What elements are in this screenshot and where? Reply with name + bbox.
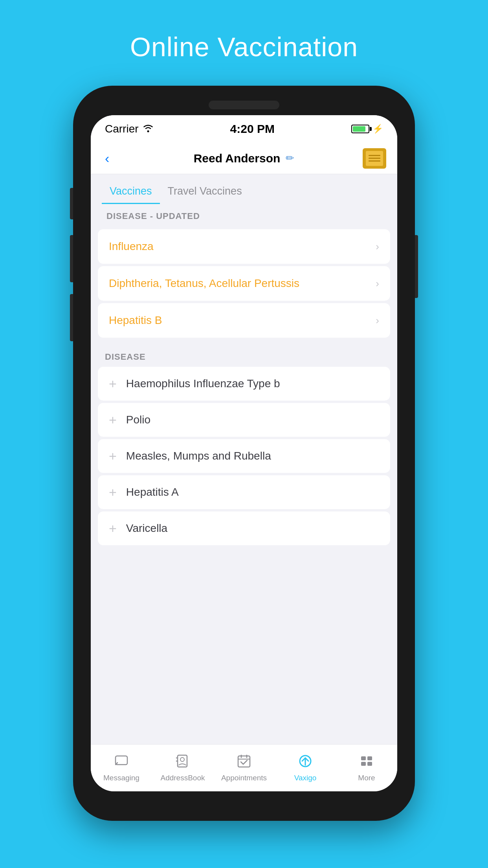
back-button[interactable]: ‹ — [102, 147, 112, 169]
appointments-icon — [237, 754, 251, 771]
segment-container: Vaccines Travel Vaccines — [91, 174, 397, 204]
tab-vaxigo[interactable]: Vaxigo — [275, 754, 336, 782]
nav-bar: ‹ Reed Anderson ✏ — [91, 143, 397, 174]
vaxigo-icon — [297, 754, 314, 771]
section-label-updated: DISEASE - UPDATED — [105, 211, 200, 221]
side-btn-mute — [70, 188, 73, 219]
carrier-text: Carrier — [105, 123, 139, 135]
svg-rect-12 — [361, 756, 366, 760]
plus-icon-haemophilus: + — [109, 377, 117, 390]
status-time: 4:20 PM — [230, 122, 275, 136]
addressbook-icon — [176, 754, 190, 771]
edit-icon[interactable]: ✏ — [286, 152, 294, 164]
svg-rect-14 — [361, 762, 366, 766]
messaging-icon — [114, 754, 128, 771]
page-title: Online Vaccination — [130, 31, 358, 62]
tab-bar: Messaging AddressBook — [91, 744, 397, 791]
notes-button[interactable] — [363, 148, 386, 169]
diphtheria-title: Diphtheria, Tetanus, Acellular Pertussis — [109, 277, 299, 290]
section-updated-label-container: DISEASE - UPDATED — [91, 204, 397, 223]
phone-shell: Carrier 4:20 PM ⚡ — [73, 86, 415, 821]
list-item-hepatitis-a[interactable]: + Hepatitis A — [98, 475, 390, 509]
list-item-hepatitis-b[interactable]: Hepatitis B › — [98, 303, 390, 338]
tab-vaccines[interactable]: Vaccines — [102, 180, 160, 204]
updated-section: Influenza › Diphtheria, Tetanus, Acellul… — [91, 223, 397, 344]
tab-messaging[interactable]: Messaging — [91, 754, 152, 782]
polio-title: Polio — [126, 414, 150, 426]
list-item-diphtheria[interactable]: Diphtheria, Tetanus, Acellular Pertussis… — [98, 266, 390, 301]
svg-rect-6 — [238, 756, 250, 767]
plus-icon-hepatitis-a: + — [109, 485, 117, 499]
more-icon — [360, 754, 374, 771]
svg-point-0 — [147, 130, 149, 132]
measles-title: Measles, Mumps and Rubella — [126, 450, 271, 462]
phone-screen: Carrier 4:20 PM ⚡ — [91, 115, 397, 791]
list-item-haemophilus[interactable]: + Haemophilus Influenzae Type b — [98, 367, 390, 401]
chevron-icon-influenza: › — [376, 241, 379, 253]
battery-body — [351, 125, 369, 133]
influenza-title: Influenza — [109, 240, 154, 253]
status-right: ⚡ — [351, 124, 383, 134]
plus-icon-varicella: + — [109, 522, 117, 535]
note-line-1 — [369, 155, 380, 156]
nav-title: Reed Anderson ✏ — [194, 152, 295, 165]
side-btn-vol-down — [70, 294, 73, 341]
haemophilus-title: Haemophilus Influenzae Type b — [126, 377, 280, 390]
carrier-label: Carrier — [105, 123, 154, 135]
wifi-icon — [143, 123, 154, 135]
svg-point-3 — [180, 758, 184, 761]
svg-rect-15 — [367, 762, 372, 766]
note-line-2 — [369, 158, 380, 159]
side-btn-power — [415, 235, 418, 298]
battery-fill — [353, 126, 365, 132]
chevron-icon-hepatitis-b: › — [376, 314, 379, 327]
nav-title-text: Reed Anderson — [194, 152, 281, 165]
tab-appointments[interactable]: Appointments — [213, 754, 275, 782]
hepatitis-a-title: Hepatitis A — [126, 486, 179, 498]
status-bar: Carrier 4:20 PM ⚡ — [91, 115, 397, 143]
list-item-polio[interactable]: + Polio — [98, 403, 390, 437]
chevron-icon-diphtheria: › — [376, 278, 379, 290]
disease-section: DISEASE + Haemophilus Influenzae Type b … — [91, 344, 397, 552]
tab-travel-vaccines[interactable]: Travel Vaccines — [160, 180, 250, 204]
svg-rect-13 — [367, 756, 372, 760]
segment-tabs: Vaccines Travel Vaccines — [102, 180, 386, 204]
battery-icon — [351, 125, 369, 133]
more-label: More — [358, 774, 375, 782]
side-btn-vol-up — [70, 235, 73, 282]
list-item-measles[interactable]: + Measles, Mumps and Rubella — [98, 439, 390, 473]
appointments-label: Appointments — [221, 774, 267, 782]
tab-more[interactable]: More — [336, 754, 397, 782]
plus-icon-measles: + — [109, 449, 117, 463]
varicella-title: Varicella — [126, 522, 167, 535]
list-item-varicella[interactable]: + Varicella — [98, 511, 390, 545]
notes-icon-inner — [366, 151, 383, 166]
messaging-label: Messaging — [103, 774, 139, 782]
hepatitis-b-title: Hepatitis B — [109, 314, 162, 327]
list-item-influenza[interactable]: Influenza › — [98, 229, 390, 264]
addressbook-label: AddressBook — [160, 774, 205, 782]
tab-addressbook[interactable]: AddressBook — [152, 754, 213, 782]
bolt-icon: ⚡ — [372, 124, 383, 134]
vaxigo-label: Vaxigo — [294, 774, 317, 782]
section-label-disease: DISEASE — [91, 348, 397, 364]
note-line-3 — [369, 160, 380, 162]
scroll-content: DISEASE - UPDATED Influenza › Diphtheria… — [91, 204, 397, 744]
plus-icon-polio: + — [109, 413, 117, 427]
